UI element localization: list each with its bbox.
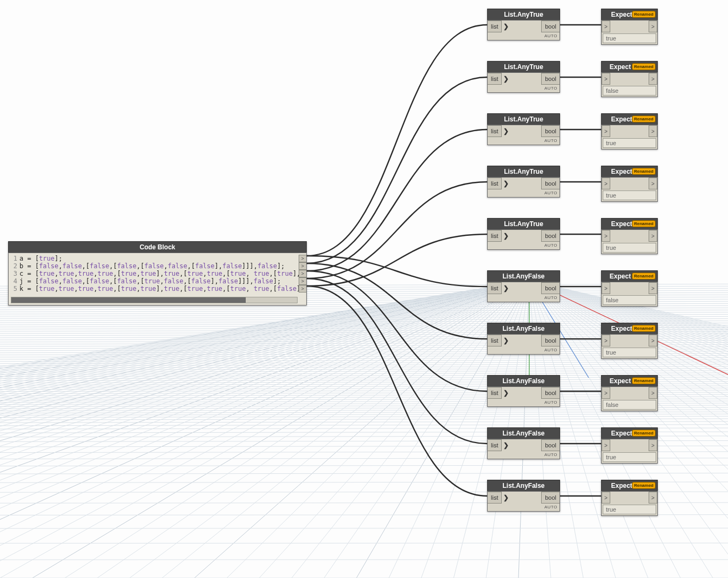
- code-block-output-port[interactable]: >: [299, 255, 306, 262]
- input-port-list[interactable]: list: [488, 73, 502, 85]
- input-port[interactable]: >: [602, 178, 610, 189]
- list-node[interactable]: List.AnyTruelist❯boolAUTO: [487, 9, 560, 40]
- expect-node[interactable]: Expect TrueRenamed>>true: [601, 9, 658, 45]
- output-port[interactable]: >: [649, 73, 657, 85]
- node-title: Expect TrueRenamed: [601, 480, 658, 491]
- expect-node[interactable]: Expect TrueRenamed>>true: [601, 427, 658, 464]
- output-port[interactable]: >: [649, 125, 657, 137]
- code-block-body[interactable]: 1a = [true]; 2b = [false,false,[false,[f…: [8, 253, 307, 305]
- output-port-bool[interactable]: bool: [541, 439, 560, 451]
- output-port-bool[interactable]: bool: [541, 230, 560, 242]
- input-port[interactable]: >: [602, 230, 610, 242]
- svg-line-35: [0, 281, 529, 578]
- svg-line-9: [0, 281, 529, 578]
- output-port[interactable]: >: [649, 387, 657, 399]
- output-port[interactable]: >: [649, 335, 657, 346]
- renamed-badge: Renamed: [632, 430, 656, 437]
- input-port[interactable]: >: [602, 21, 610, 32]
- chevron-right-icon: ❯: [502, 125, 510, 137]
- code-block-output-port[interactable]: >: [299, 277, 306, 285]
- svg-line-140: [0, 366, 728, 368]
- output-port[interactable]: >: [649, 282, 657, 294]
- output-port[interactable]: >: [649, 230, 657, 242]
- svg-line-36: [0, 281, 529, 578]
- svg-line-116: [0, 419, 728, 420]
- list-node[interactable]: List.AnyFalselist❯boolAUTO: [487, 480, 560, 512]
- expect-node[interactable]: Expect TrueRenamed>>true: [601, 218, 658, 254]
- node-title: List.AnyFalse: [487, 270, 560, 282]
- expect-node[interactable]: Expect FalseRenamed>>false: [601, 375, 658, 411]
- output-port-bool[interactable]: bool: [541, 387, 560, 399]
- svg-line-137: [0, 373, 728, 375]
- svg-line-117: [0, 416, 728, 417]
- expect-node[interactable]: Expect TrueRenamed>>true: [601, 480, 658, 516]
- output-port[interactable]: >: [649, 439, 657, 451]
- output-port-bool[interactable]: bool: [541, 178, 560, 189]
- input-port[interactable]: >: [602, 125, 610, 137]
- output-port-bool[interactable]: bool: [541, 125, 560, 137]
- expect-value: false: [603, 295, 656, 305]
- renamed-badge: Renamed: [632, 377, 656, 384]
- list-node[interactable]: List.AnyFalselist❯boolAUTO: [487, 375, 560, 407]
- chevron-right-icon: ❯: [502, 178, 510, 189]
- list-node[interactable]: List.AnyTruelist❯boolAUTO: [487, 61, 560, 93]
- input-port-list[interactable]: list: [488, 230, 502, 242]
- output-port-bool[interactable]: bool: [541, 335, 560, 346]
- output-port[interactable]: >: [649, 492, 657, 504]
- output-port-bool[interactable]: bool: [541, 73, 560, 85]
- svg-line-33: [0, 281, 529, 578]
- svg-line-162: [0, 318, 728, 320]
- list-node[interactable]: List.AnyFalselist❯boolAUTO: [487, 270, 560, 302]
- code-block-output-port[interactable]: >: [299, 285, 306, 293]
- input-port-list[interactable]: list: [488, 21, 502, 32]
- code-block-text[interactable]: 1a = [true]; 2b = [false,false,[false,[f…: [9, 253, 306, 297]
- svg-line-7: [0, 281, 529, 578]
- input-port[interactable]: >: [602, 492, 610, 504]
- input-port[interactable]: >: [602, 335, 610, 346]
- output-port-bool[interactable]: bool: [541, 492, 560, 504]
- code-block-scrollbar[interactable]: [11, 297, 298, 303]
- chevron-right-icon: ❯: [502, 492, 510, 504]
- list-node[interactable]: List.AnyFalselist❯boolAUTO: [487, 323, 560, 355]
- list-node[interactable]: List.AnyTruelist❯boolAUTO: [487, 113, 560, 145]
- input-port-list[interactable]: list: [488, 387, 502, 399]
- input-port[interactable]: >: [602, 282, 610, 294]
- svg-line-139: [0, 369, 728, 370]
- code-block-output-port[interactable]: >: [299, 262, 306, 270]
- input-port-list[interactable]: list: [488, 439, 502, 451]
- list-node[interactable]: List.AnyTruelist❯boolAUTO: [487, 166, 560, 198]
- expect-node[interactable]: Expect TrueRenamed>>true: [601, 113, 658, 149]
- input-port-list[interactable]: list: [488, 335, 502, 346]
- svg-line-30: [0, 281, 529, 578]
- list-node[interactable]: List.AnyTruelist❯boolAUTO: [487, 218, 560, 250]
- code-block-output-port[interactable]: >: [299, 270, 306, 277]
- expect-node[interactable]: Expect FalseRenamed>>false: [601, 61, 658, 97]
- svg-line-39: [0, 281, 529, 578]
- output-port[interactable]: >: [649, 178, 657, 189]
- expect-node[interactable]: Expect TrueRenamed>>true: [601, 323, 658, 359]
- input-port-list[interactable]: list: [488, 125, 502, 137]
- svg-line-4: [0, 281, 529, 578]
- node-title: List.AnyFalse: [487, 427, 560, 439]
- input-port[interactable]: >: [602, 439, 610, 451]
- svg-line-23: [0, 281, 529, 578]
- node-title: Code Block: [8, 241, 307, 253]
- expect-node[interactable]: Expect TrueRenamed>>true: [601, 166, 658, 202]
- svg-line-8: [0, 281, 529, 578]
- input-port[interactable]: >: [602, 73, 610, 85]
- list-node[interactable]: List.AnyFalselist❯boolAUTO: [487, 427, 560, 459]
- output-port-bool[interactable]: bool: [541, 282, 560, 294]
- input-port-list[interactable]: list: [488, 282, 502, 294]
- chevron-right-icon: ❯: [502, 282, 510, 294]
- node-title: Expect FalseRenamed: [601, 270, 658, 282]
- chevron-right-icon: ❯: [502, 335, 510, 346]
- expect-node[interactable]: Expect FalseRenamed>>false: [601, 270, 658, 307]
- code-block-node[interactable]: Code Block 1a = [true]; 2b = [false,fals…: [8, 241, 307, 305]
- output-port[interactable]: >: [649, 21, 657, 32]
- node-title: List.AnyTrue: [487, 218, 560, 229]
- input-port-list[interactable]: list: [488, 178, 502, 189]
- output-port-bool[interactable]: bool: [541, 21, 560, 32]
- input-port[interactable]: >: [602, 387, 610, 399]
- node-title: Expect FalseRenamed: [601, 61, 658, 72]
- input-port-list[interactable]: list: [488, 492, 502, 504]
